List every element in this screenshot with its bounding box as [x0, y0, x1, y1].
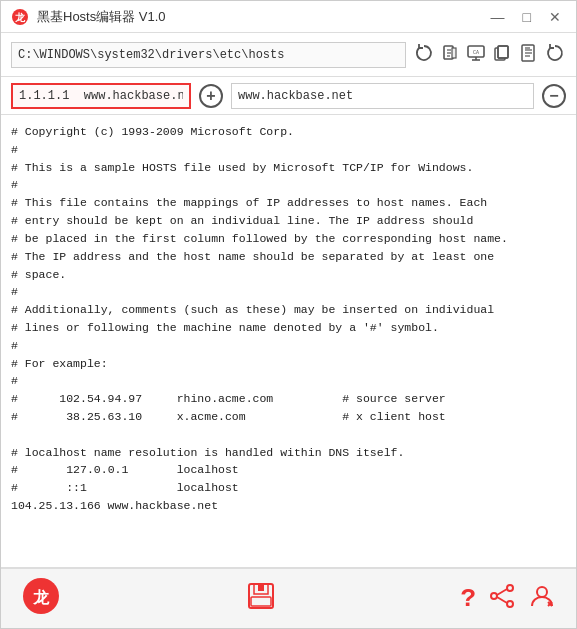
svg-point-30 [537, 587, 547, 597]
refresh-icon[interactable] [414, 43, 434, 67]
reload-icon[interactable] [544, 42, 566, 68]
svg-line-29 [497, 597, 507, 603]
user-icon[interactable] [528, 582, 556, 615]
svg-text:CA: CA [473, 50, 479, 56]
help-button[interactable]: ? [460, 584, 476, 614]
main-window: 龙 黑基Hosts编辑器 V1.0 — □ ✕ [0, 0, 577, 629]
share-icon[interactable] [488, 582, 516, 615]
copy-icon[interactable] [492, 43, 512, 67]
footer-logo[interactable]: 龙 [21, 576, 61, 621]
book-icon[interactable] [440, 43, 460, 67]
minimize-button[interactable]: — [486, 8, 510, 26]
close-button[interactable]: ✕ [544, 8, 566, 26]
footer-right-group: ? [460, 582, 556, 615]
svg-rect-23 [258, 585, 264, 591]
ip-domain-bar: + − [1, 77, 576, 115]
editor-area: # Copyright (c) 1993-2009 Microsoft Corp… [1, 115, 576, 568]
svg-rect-6 [452, 48, 456, 58]
save-button[interactable] [246, 581, 276, 616]
app-title: 黑基Hosts编辑器 V1.0 [37, 8, 166, 26]
maximize-button[interactable]: □ [518, 8, 536, 26]
monitor-icon[interactable]: CA [466, 43, 486, 67]
path-input[interactable] [11, 42, 406, 68]
add-entry-button[interactable]: + [199, 84, 223, 108]
ip-host-input[interactable] [11, 83, 191, 109]
svg-text:龙: 龙 [14, 12, 26, 24]
title-bar: 龙 黑基Hosts编辑器 V1.0 — □ ✕ [1, 1, 576, 33]
paste-icon[interactable] [518, 43, 538, 67]
svg-point-25 [507, 585, 513, 591]
svg-point-26 [491, 593, 497, 599]
svg-text:龙: 龙 [32, 589, 50, 606]
hosts-editor[interactable]: # Copyright (c) 1993-2009 Microsoft Corp… [1, 115, 576, 567]
svg-rect-12 [498, 46, 508, 58]
svg-point-27 [507, 601, 513, 607]
window-controls: — □ ✕ [486, 8, 566, 26]
toolbar: CA [1, 33, 576, 77]
domain-input[interactable] [231, 83, 534, 109]
svg-rect-24 [251, 597, 271, 606]
footer: 龙 ? [1, 568, 576, 628]
svg-line-28 [497, 589, 507, 595]
title-bar-left: 龙 黑基Hosts编辑器 V1.0 [11, 8, 166, 26]
remove-entry-button[interactable]: − [542, 84, 566, 108]
app-logo-icon: 龙 [11, 8, 29, 26]
toolbar-icons: CA [414, 42, 566, 68]
